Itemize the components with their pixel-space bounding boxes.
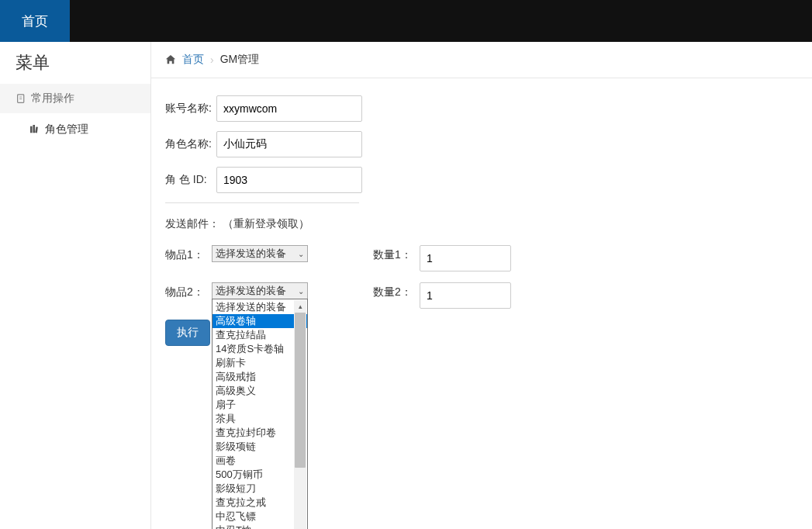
mail-row: 发送邮件： （重新登录领取） xyxy=(165,217,798,231)
dropdown-option[interactable]: 14资质S卡卷轴 xyxy=(213,342,307,356)
item1-select-value: 选择发送的装备 xyxy=(216,247,286,261)
divider xyxy=(165,202,359,203)
dropdown-option[interactable]: 高级卷轴 xyxy=(213,314,307,328)
svg-rect-4 xyxy=(33,125,35,133)
dropdown-option[interactable]: 扇子 xyxy=(213,398,307,412)
role-label: 角色名称: xyxy=(165,137,213,151)
books-icon xyxy=(29,124,40,135)
qty2-label: 数量2： xyxy=(373,282,416,299)
item2-select[interactable]: 选择发送的装备 ⌄ xyxy=(212,282,308,299)
sidebar-item-label: 角色管理 xyxy=(45,123,88,137)
sidebar-section-common[interactable]: 常用操作 xyxy=(0,84,150,113)
item2-dropdown: 选择发送的装备高级卷轴查克拉结晶14资质S卡卷轴刷新卡高级戒指高级奥义扇子茶具查… xyxy=(212,299,308,529)
item2-label: 物品2： xyxy=(165,282,209,299)
dropdown-option[interactable]: 查克拉之戒 xyxy=(213,496,307,510)
breadcrumb: 首页 › GM管理 xyxy=(151,42,812,78)
dropdown-option[interactable]: 影级项链 xyxy=(213,440,307,454)
tab-home[interactable]: 首页 xyxy=(0,0,70,42)
account-label: 账号名称: xyxy=(165,102,213,116)
dropdown-option[interactable]: 高级奥义 xyxy=(213,384,307,398)
dropdown-option[interactable]: 中忍飞镖 xyxy=(213,510,307,524)
item1-select[interactable]: 选择发送的装备 ⌄ xyxy=(212,245,308,262)
home-icon xyxy=(165,54,176,65)
roleid-input[interactable] xyxy=(216,167,362,193)
sidebar-item-role-manage[interactable]: 角色管理 xyxy=(0,113,150,146)
dropdown-option[interactable]: 500万铜币 xyxy=(213,468,307,482)
mail-note: （重新登录领取） xyxy=(223,217,309,230)
svg-rect-3 xyxy=(30,126,33,133)
qty2-input[interactable] xyxy=(420,282,511,309)
dropdown-option[interactable]: 画卷 xyxy=(213,454,307,468)
svg-rect-5 xyxy=(35,126,38,133)
breadcrumb-home-link[interactable]: 首页 xyxy=(182,53,204,67)
execute-button[interactable]: 执行 xyxy=(165,320,210,346)
scroll-thumb[interactable] xyxy=(295,313,306,468)
main: 首页 › GM管理 账号名称: 角色名称: 角 色 ID: 发送邮件： （重新登… xyxy=(151,42,812,529)
dropdown-option[interactable]: 影级短刀 xyxy=(213,482,307,496)
scroll-up-icon[interactable]: ▴ xyxy=(295,301,306,312)
document-icon xyxy=(16,93,26,104)
mail-label: 发送邮件： xyxy=(165,217,219,230)
chevron-right-icon: › xyxy=(210,54,214,66)
dropdown-option[interactable]: 中忍T恤 xyxy=(213,524,307,529)
execute-button-label: 执行 xyxy=(177,326,199,338)
chevron-down-icon: ⌄ xyxy=(298,250,304,258)
dropdown-option[interactable]: 高级戒指 xyxy=(213,370,307,384)
item1-label: 物品1： xyxy=(165,245,209,262)
dropdown-option[interactable]: 刷新卡 xyxy=(213,356,307,370)
role-input[interactable] xyxy=(216,131,362,157)
sidebar-section-label: 常用操作 xyxy=(31,92,74,105)
qty1-label: 数量1： xyxy=(373,245,416,262)
breadcrumb-current: GM管理 xyxy=(220,53,260,67)
chevron-down-icon: ⌄ xyxy=(298,287,304,296)
sidebar: 菜单 常用操作 角色管理 xyxy=(0,42,151,529)
sidebar-title: 菜单 xyxy=(0,42,150,84)
tab-home-label: 首页 xyxy=(22,12,48,30)
dropdown-option[interactable]: 查克拉封印卷 xyxy=(213,426,307,440)
dropdown-option[interactable]: 茶具 xyxy=(213,412,307,426)
qty1-input[interactable] xyxy=(420,245,511,271)
dropdown-option[interactable]: 选择发送的装备 xyxy=(213,300,307,314)
item2-select-value: 选择发送的装备 xyxy=(216,284,286,298)
dropdown-option[interactable]: 查克拉结晶 xyxy=(213,328,307,342)
roleid-label: 角 色 ID: xyxy=(165,173,213,187)
topbar: 首页 xyxy=(0,0,812,42)
dropdown-scrollbar[interactable]: ▴ ▾ xyxy=(294,300,306,529)
account-input[interactable] xyxy=(216,95,362,122)
